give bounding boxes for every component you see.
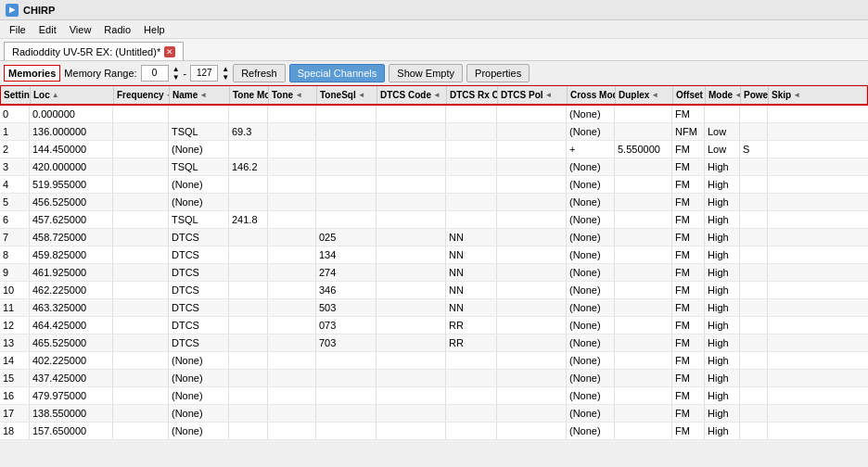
col-header-power[interactable]: Power◄ bbox=[741, 86, 769, 104]
col-header-tone[interactable]: Tone◄ bbox=[269, 86, 317, 104]
table-row[interactable]: 00.000000(None)FM bbox=[0, 106, 868, 123]
memory-range-label: Memory Range: bbox=[64, 68, 136, 79]
table-cell bbox=[377, 299, 446, 316]
table-cell bbox=[740, 370, 768, 386]
table-cell bbox=[615, 264, 672, 281]
table-row[interactable]: 10462.225000DTCS346NN(None)FMHigh bbox=[0, 282, 868, 299]
col-header-name[interactable]: Name◄ bbox=[170, 86, 230, 104]
table-cell bbox=[229, 264, 268, 281]
table-row[interactable]: 14402.225000(None)(None)FMHigh bbox=[0, 352, 868, 370]
tab-close-button[interactable]: ✕ bbox=[164, 46, 175, 57]
table-cell: 12 bbox=[0, 317, 30, 334]
col-header-frequency[interactable]: Frequency◄ bbox=[114, 86, 170, 104]
table-row[interactable]: 18157.650000(None)(None)FMHigh bbox=[0, 423, 868, 440]
table-cell bbox=[615, 123, 672, 140]
table-cell: RR bbox=[446, 317, 497, 334]
table-cell bbox=[229, 405, 268, 422]
table-cell: FM bbox=[672, 158, 705, 175]
menu-file[interactable]: File bbox=[4, 23, 32, 36]
table-cell bbox=[615, 106, 672, 122]
table-cell bbox=[497, 264, 567, 281]
table-cell bbox=[446, 194, 497, 210]
table-row[interactable]: 6457.625000TSQL241.8(None)FMHigh bbox=[0, 211, 868, 229]
spin-up2[interactable]: ▲▼ bbox=[222, 65, 229, 82]
table-cell bbox=[229, 352, 268, 369]
menu-view[interactable]: View bbox=[64, 23, 97, 36]
table-row[interactable]: 2144.450000(None)+5.550000FMLowS bbox=[0, 141, 868, 158]
menu-edit[interactable]: Edit bbox=[33, 23, 62, 36]
table-cell bbox=[268, 194, 316, 210]
table-cell bbox=[740, 123, 768, 140]
table-cell bbox=[316, 211, 377, 228]
range-sep: - bbox=[184, 68, 187, 79]
table-row[interactable]: 3420.000000TSQL146.2(None)FMHigh bbox=[0, 158, 868, 176]
table-row[interactable]: 5456.525000(None)(None)FMHigh bbox=[0, 194, 868, 211]
special-channels-button[interactable]: Special Channels bbox=[289, 64, 386, 82]
col-header-dtcsrx[interactable]: DTCS Rx Code◄ bbox=[447, 86, 498, 104]
table-cell: 456.525000 bbox=[30, 194, 113, 210]
table-cell: (None) bbox=[169, 194, 229, 210]
table-cell: High bbox=[705, 211, 740, 228]
col-header-tonemode[interactable]: Tone Mode◄ bbox=[230, 86, 269, 104]
table-cell: 437.425000 bbox=[30, 370, 113, 386]
table-cell: 073 bbox=[316, 317, 377, 334]
col-header-crossmode[interactable]: Cross Mode◄ bbox=[568, 86, 616, 104]
table-cell bbox=[113, 246, 169, 263]
table-cell bbox=[740, 334, 768, 351]
range-end-input[interactable] bbox=[190, 65, 218, 82]
col-header-offset[interactable]: Offset◄ bbox=[673, 86, 706, 104]
col-header-duplex[interactable]: Duplex◄ bbox=[616, 86, 673, 104]
table-cell bbox=[615, 158, 672, 175]
table-row[interactable]: 17138.550000(None)(None)FMHigh bbox=[0, 405, 868, 423]
table-cell bbox=[615, 334, 672, 351]
tab-main[interactable]: Radioddity UV-5R EX: (Untitled)* ✕ bbox=[4, 42, 184, 60]
table-row[interactable]: 7458.725000DTCS025NN(None)FMHigh bbox=[0, 229, 868, 246]
table-cell bbox=[615, 317, 672, 334]
table-cell: (None) bbox=[567, 299, 615, 316]
table-cell: 703 bbox=[316, 334, 377, 351]
table-cell: 5.550000 bbox=[615, 141, 672, 158]
properties-button[interactable]: Properties bbox=[466, 64, 530, 82]
col-header-skip[interactable]: Skip◄ bbox=[769, 86, 867, 104]
col-header-mode[interactable]: Mode◄ bbox=[706, 86, 741, 104]
table-cell: NN bbox=[446, 282, 497, 298]
table-cell: 10 bbox=[0, 282, 30, 298]
table-cell bbox=[113, 106, 169, 122]
col-header-dtcspol[interactable]: DTCS Pol◄ bbox=[498, 86, 568, 104]
table-cell: 462.225000 bbox=[30, 282, 113, 298]
table-row[interactable]: 4519.955000(None)(None)FMHigh bbox=[0, 176, 868, 194]
table-cell bbox=[316, 405, 377, 422]
col-header-dtcscode[interactable]: DTCS Code◄ bbox=[377, 86, 447, 104]
table-cell: 14 bbox=[0, 352, 30, 369]
table-row[interactable]: 11463.325000DTCS503NN(None)FMHigh bbox=[0, 299, 868, 317]
table-cell bbox=[740, 211, 768, 228]
show-empty-button[interactable]: Show Empty bbox=[389, 64, 463, 82]
table-cell: FM bbox=[672, 106, 705, 122]
table-row[interactable]: 13465.525000DTCS703RR(None)FMHigh bbox=[0, 334, 868, 352]
table-row[interactable]: 12464.425000DTCS073RR(None)FMHigh bbox=[0, 317, 868, 334]
table-cell bbox=[497, 106, 567, 122]
menu-radio[interactable]: Radio bbox=[98, 23, 136, 36]
table-row[interactable]: 1136.000000TSQL69.3(None)NFMLow bbox=[0, 123, 868, 141]
menu-help[interactable]: Help bbox=[138, 23, 171, 36]
table-cell bbox=[377, 387, 446, 404]
col-header-tonesql[interactable]: ToneSql◄ bbox=[317, 86, 377, 104]
range-start-input[interactable] bbox=[141, 65, 169, 82]
table-cell bbox=[446, 423, 497, 439]
table-row[interactable]: 15437.425000(None)(None)FMHigh bbox=[0, 370, 868, 387]
table-row[interactable]: 16479.975000(None)(None)FMHigh bbox=[0, 387, 868, 405]
table-cell bbox=[113, 352, 169, 369]
col-header-loc[interactable]: Loc▲ bbox=[31, 86, 114, 104]
table-cell: 464.425000 bbox=[30, 317, 113, 334]
toolbar: Memories Memory Range: ▲▼ - ▲▼ Refresh S… bbox=[0, 61, 868, 85]
table-cell: 16 bbox=[0, 387, 30, 404]
table-row[interactable]: 8459.825000DTCS134NN(None)FMHigh bbox=[0, 246, 868, 264]
table-row[interactable]: 9461.925000DTCS274NN(None)FMHigh bbox=[0, 264, 868, 282]
table-cell bbox=[113, 317, 169, 334]
table-cell: (None) bbox=[169, 141, 229, 158]
refresh-button[interactable]: Refresh bbox=[233, 64, 286, 82]
table-cell: RR bbox=[446, 334, 497, 351]
table-cell bbox=[446, 211, 497, 228]
table-cell: DTCS bbox=[169, 264, 229, 281]
spin-up[interactable]: ▲▼ bbox=[172, 65, 180, 82]
